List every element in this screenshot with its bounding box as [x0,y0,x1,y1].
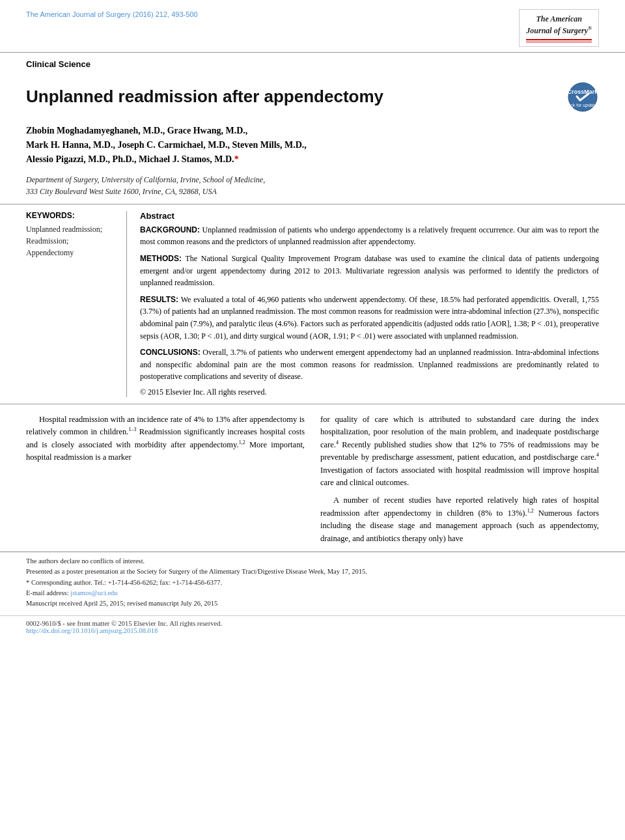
keyword-2: Readmission; [26,235,117,247]
title-area: Unplanned readmission after appendectomy… [0,73,625,120]
header: The American Journal of Surgery (2016) 2… [0,0,625,52]
footnote-corresponding: * Corresponding author. Tel.: +1-714-456… [26,578,599,588]
abstract-section: KEYWORDS: Unplanned readmission; Readmis… [0,204,625,404]
abstract-column: Abstract BACKGROUND: Unplanned readmissi… [140,211,599,397]
affiliation: Department of Surgery, University of Cal… [0,170,625,204]
abstract-results: RESULTS: We evaluated a total of 46,960 … [140,294,599,342]
footnote-manuscript: Manuscript received April 25, 2015; revi… [26,598,599,609]
footnote-area: The authors declare no conflicts of inte… [0,552,625,609]
crossmark-icon: CrossMark click for updates [568,82,598,112]
abstract-methods: METHODS: The National Surgical Quality I… [140,253,599,289]
keyword-3: Appendectomy [26,247,117,259]
footnote-presented: Presented as a poster presentation at th… [26,567,599,577]
abstract-copyright: © 2015 Elsevier Inc. All rights reserved… [140,387,599,397]
crossmark-logo: CrossMark click for updates [566,81,599,113]
email-link[interactable]: jstamos@uci.edu [70,589,117,596]
keywords-label: KEYWORDS: [26,211,117,220]
abstract-conclusions: CONCLUSIONS: Overall, 3.7% of patients w… [140,346,599,383]
footnote-conflict: The authors declare no conflicts of inte… [26,556,599,567]
svg-text:click for updates: click for updates [568,103,598,108]
body-right-col: for quality of care which is attributed … [312,413,599,545]
keywords-column: KEYWORDS: Unplanned readmission; Readmis… [26,211,127,397]
footnote-email: E-mail address: jstamos@uci.edu [26,588,599,598]
body-section: Hospital readmission with an incidence r… [0,404,625,552]
keyword-1: Unplanned readmission; [26,223,117,235]
svg-text:CrossMark: CrossMark [568,89,598,95]
section-label: Clinical Science [0,52,625,73]
journal-logo: The American Journal of Surgery® [519,9,599,47]
journal-citation: The American Journal of Surgery (2016) 2… [26,9,198,20]
authors: Zhobin Moghadamyeghaneh, M.D., Grace Hwa… [0,120,625,170]
bottom-bar: 0002-9610/$ - see front matter © 2015 El… [0,615,625,638]
issn-text: 0002-9610/$ - see front matter © 2015 El… [26,620,599,627]
page: The American Journal of Surgery (2016) 2… [0,0,625,840]
abstract-heading: Abstract [140,211,599,221]
doi-link[interactable]: http://dx.doi.org/10.1016/j.amjsurg.2015… [26,627,158,634]
abstract-background: BACKGROUND: Unplanned readmission of pat… [140,224,599,248]
body-left-col: Hospital readmission with an incidence r… [26,413,312,545]
article-title: Unplanned readmission after appendectomy [26,87,553,107]
